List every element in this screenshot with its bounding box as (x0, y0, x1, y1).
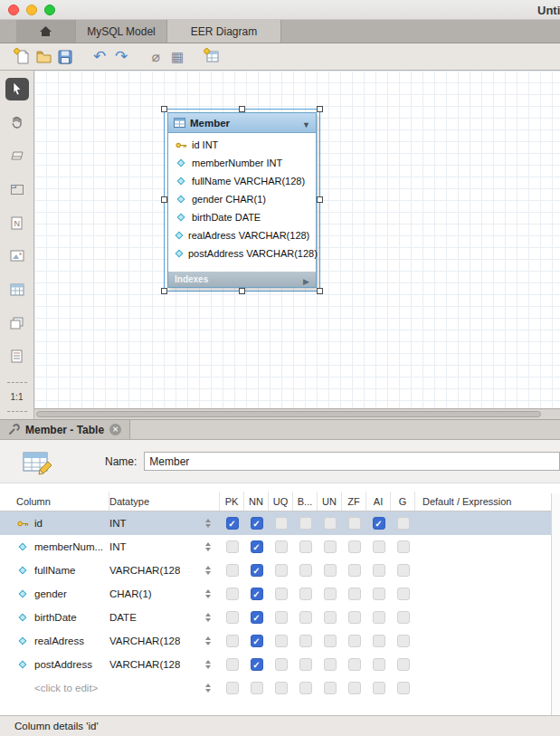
column-grid-row[interactable]: gender CHAR(1) (0, 582, 560, 606)
column-name-cell[interactable]: memberNum... (16, 541, 109, 552)
binary-checkbox[interactable] (299, 611, 312, 624)
select-tool[interactable] (5, 78, 29, 100)
datatype-stepper-icon[interactable] (205, 613, 211, 622)
un-checkbox[interactable] (324, 517, 337, 530)
table-name-input[interactable] (144, 452, 560, 471)
selection-handle-w[interactable] (161, 196, 167, 203)
uq-checkbox[interactable] (275, 540, 288, 553)
pk-checkbox[interactable] (226, 682, 239, 694)
zf-checkbox[interactable] (348, 540, 361, 553)
diagram-column-row[interactable]: gender CHAR(1) (168, 190, 316, 208)
header-datatype[interactable]: Datatype (109, 492, 220, 511)
uq-checkbox[interactable] (275, 517, 288, 530)
g-checkbox[interactable] (397, 517, 410, 530)
un-checkbox[interactable] (324, 635, 337, 647)
un-checkbox[interactable] (324, 682, 337, 694)
binary-checkbox[interactable] (299, 517, 312, 530)
datatype-cell[interactable]: CHAR(1) (109, 588, 220, 599)
collapse-caret-icon[interactable] (302, 115, 310, 131)
ai-checkbox[interactable] (373, 540, 385, 553)
column-name-cell[interactable]: postAddress (16, 659, 109, 670)
column-name-cell[interactable]: birthDate (16, 612, 109, 623)
pk-checkbox[interactable] (226, 658, 239, 671)
save-model-button[interactable] (54, 46, 76, 68)
g-checkbox[interactable] (397, 588, 410, 600)
binary-checkbox[interactable] (299, 564, 312, 577)
pk-checkbox[interactable] (226, 540, 239, 553)
no-edit-button[interactable] (145, 46, 166, 68)
diagram-column-row[interactable]: memberNumber INT (168, 154, 316, 172)
header-pk[interactable]: PK (220, 492, 244, 511)
selection-handle-ne[interactable] (317, 106, 323, 112)
minimize-window-button[interactable] (26, 5, 37, 15)
tab-home[interactable] (16, 20, 76, 43)
ai-checkbox[interactable] (373, 588, 385, 600)
pk-checkbox[interactable] (226, 517, 239, 530)
hand-tool[interactable] (5, 111, 29, 134)
datatype-stepper-icon[interactable] (205, 660, 211, 669)
nn-checkbox[interactable] (251, 517, 263, 530)
datatype-cell[interactable]: VARCHAR(128 (109, 659, 220, 670)
view-tool[interactable] (5, 311, 29, 334)
g-checkbox[interactable] (397, 635, 410, 647)
pk-checkbox[interactable] (226, 635, 239, 647)
header-uq[interactable]: UQ (269, 492, 293, 511)
column-grid-row[interactable]: fullName VARCHAR(128 (0, 559, 560, 582)
zf-checkbox[interactable] (348, 564, 361, 577)
column-grid-row[interactable]: id INT (0, 511, 560, 535)
zf-checkbox[interactable] (348, 588, 361, 600)
diagram-column-row[interactable]: fullName VARCHAR(128) (168, 172, 316, 190)
diagram-table-header[interactable]: Member (168, 113, 316, 133)
table-selection-box[interactable]: Member (164, 109, 320, 292)
column-grid-row[interactable]: birthDate DATE (0, 606, 560, 629)
ai-checkbox[interactable] (373, 658, 385, 671)
pk-checkbox[interactable] (226, 564, 239, 577)
binary-checkbox[interactable] (299, 682, 312, 694)
nn-checkbox[interactable] (251, 588, 263, 600)
nn-checkbox[interactable] (251, 611, 263, 624)
g-checkbox[interactable] (397, 611, 410, 624)
selection-handle-s[interactable] (239, 288, 245, 294)
note-tool[interactable]: N (5, 212, 29, 234)
un-checkbox[interactable] (324, 564, 337, 577)
close-window-button[interactable] (8, 5, 19, 15)
datatype-cell[interactable]: DATE (109, 612, 220, 623)
binary-checkbox[interactable] (299, 635, 312, 647)
tab-eer-diagram[interactable]: EER Diagram (167, 20, 281, 43)
nn-checkbox[interactable] (251, 540, 263, 553)
column-grid-row[interactable]: <click to edit> (0, 676, 560, 700)
toggle-grid-button[interactable] (166, 46, 188, 68)
zf-checkbox[interactable] (348, 611, 361, 624)
column-grid-row[interactable]: postAddress VARCHAR(128 (0, 653, 560, 676)
column-grid-row[interactable]: realAdress VARCHAR(128 (0, 629, 560, 653)
ai-checkbox[interactable] (373, 564, 385, 577)
nn-checkbox[interactable] (251, 682, 263, 694)
editor-tab-member-table[interactable]: Member - Table (0, 420, 130, 439)
nn-checkbox[interactable] (251, 635, 263, 647)
column-name-cell[interactable]: realAdress (16, 636, 109, 646)
column-name-cell[interactable]: fullName (16, 565, 109, 576)
zf-checkbox[interactable] (348, 635, 361, 647)
selection-handle-e[interactable] (317, 196, 323, 203)
ai-checkbox[interactable] (373, 517, 385, 530)
datatype-stepper-icon[interactable] (205, 566, 211, 575)
binary-checkbox[interactable] (299, 658, 312, 671)
pk-checkbox[interactable] (226, 611, 239, 624)
ai-checkbox[interactable] (373, 682, 385, 694)
fullscreen-window-button[interactable] (44, 5, 55, 15)
header-g[interactable]: G (391, 492, 415, 511)
uq-checkbox[interactable] (275, 588, 288, 600)
binary-checkbox[interactable] (299, 588, 312, 600)
column-name-cell[interactable]: <click to edit> (16, 683, 109, 693)
ai-checkbox[interactable] (373, 611, 385, 624)
un-checkbox[interactable] (324, 540, 337, 553)
diagram-column-row[interactable]: realAdress VARCHAR(128) (168, 226, 316, 244)
diagram-column-row[interactable]: id INT (168, 136, 316, 154)
selection-handle-sw[interactable] (161, 288, 167, 294)
tab-mysql-model[interactable]: MySQL Model (76, 20, 167, 43)
uq-checkbox[interactable] (275, 564, 288, 577)
datatype-stepper-icon[interactable] (205, 636, 211, 645)
diagram-column-row[interactable]: postAddress VARCHAR(128) (168, 244, 316, 263)
zf-checkbox[interactable] (348, 517, 361, 530)
g-checkbox[interactable] (397, 540, 410, 553)
